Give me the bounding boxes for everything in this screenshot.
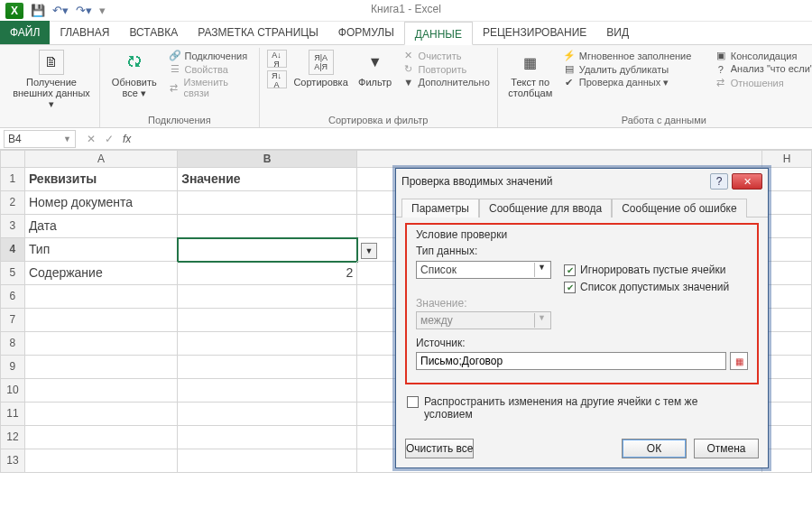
select-all-corner[interactable]: [0, 150, 25, 168]
advanced-icon: ▼: [402, 77, 415, 88]
in-cell-dropdown-checkbox[interactable]: ✔Список допустимых значений: [564, 281, 729, 293]
clear-filter-button: ✕Очистить: [402, 50, 490, 61]
range-picker-icon: ▦: [735, 356, 743, 366]
data-tools-group-label: Работа с данными: [505, 115, 812, 125]
row-header[interactable]: 9: [0, 356, 25, 379]
refresh-icon: 🗘: [122, 50, 147, 75]
source-label: Источник:: [416, 337, 748, 349]
row-header[interactable]: 8: [0, 332, 25, 356]
data-validation-button[interactable]: ✔Проверка данных ▾: [563, 77, 707, 88]
row-header[interactable]: 4: [0, 238, 25, 262]
cell[interactable]: Тип: [25, 238, 178, 262]
ribbon-tabs: ФАЙЛ ГЛАВНАЯ ВСТАВКА РАЗМЕТКА СТРАНИЦЫ Ф…: [0, 22, 812, 45]
relations-icon: ⇄: [715, 77, 727, 88]
col-header-b[interactable]: B: [178, 150, 357, 168]
tab-page-layout[interactable]: РАЗМЕТКА СТРАНИЦЫ: [188, 21, 328, 44]
clear-all-button[interactable]: Очистить все: [405, 439, 474, 458]
enter-formula-icon: ✓: [105, 133, 114, 145]
sort-filter-group-label: Сортировка и фильтр: [267, 115, 490, 125]
remove-duplicates-button[interactable]: ▤Удалить дубликаты: [563, 63, 707, 75]
data-validation-icon: ✔: [563, 77, 576, 88]
col-header-h[interactable]: H: [762, 150, 812, 168]
checkbox-unchecked-icon: [407, 396, 419, 408]
dialog-tab-input-message[interactable]: Сообщение для ввода: [479, 199, 612, 217]
tab-data[interactable]: ДАННЫЕ: [404, 22, 473, 45]
row-header[interactable]: 7: [0, 309, 25, 332]
active-cell[interactable]: [178, 238, 357, 262]
row-header[interactable]: 10: [0, 379, 25, 403]
advanced-filter-button[interactable]: ▼Дополнительно: [402, 77, 490, 88]
row-header[interactable]: 2: [0, 191, 25, 215]
dialog-help-button[interactable]: ?: [710, 173, 728, 190]
value-label: Значение:: [416, 297, 748, 310]
cancel-button[interactable]: Отмена: [694, 439, 759, 458]
fx-icon[interactable]: fx: [123, 133, 131, 145]
source-input[interactable]: [416, 352, 726, 370]
sort-icon: Я|АА|Я: [309, 50, 334, 75]
ok-button[interactable]: ОК: [622, 439, 687, 458]
tab-home[interactable]: ГЛАВНАЯ: [50, 21, 119, 44]
reapply-filter-button: ↻Повторить: [402, 63, 490, 75]
checkbox-checked-icon: ✔: [564, 282, 576, 293]
data-type-label: Тип данных:: [416, 245, 748, 257]
edit-links-icon: ⇄: [169, 82, 180, 94]
row-header[interactable]: 6: [0, 285, 25, 309]
validation-criteria-fieldset: Условие проверки Тип данных: Список▼ ✔Иг…: [405, 223, 759, 384]
col-header-a[interactable]: A: [25, 150, 178, 168]
row-header[interactable]: 1: [0, 168, 25, 191]
data-type-combo[interactable]: Список▼: [416, 261, 551, 279]
filter-button[interactable]: ▼ Фильтр: [355, 50, 395, 88]
cell[interactable]: Реквизиты: [25, 168, 178, 191]
connections-button[interactable]: 🔗Подключения: [169, 50, 252, 61]
dialog-title: Проверка вводимых значений: [401, 175, 553, 188]
tab-review[interactable]: РЕЦЕНЗИРОВАНИЕ: [473, 21, 596, 44]
get-external-data-icon: 🗎: [39, 50, 64, 75]
text-to-columns-button[interactable]: ▦ Текст по столбцам: [505, 50, 556, 98]
reapply-icon: ↻: [402, 63, 415, 75]
sort-desc-button[interactable]: Я↓А: [267, 70, 287, 88]
cancel-formula-icon: ✕: [87, 133, 96, 145]
row-header[interactable]: 13: [0, 449, 25, 473]
tab-insert[interactable]: ВСТАВКА: [119, 21, 188, 44]
range-picker-button[interactable]: ▦: [730, 352, 748, 370]
what-if-button[interactable]: ?Анализ "что если" ▾: [715, 63, 812, 75]
cell[interactable]: Дата: [25, 215, 178, 238]
formula-bar: B4▼ ✕ ✓ fx: [0, 128, 812, 150]
data-validation-dialog: Проверка вводимых значений ? ✕ Параметры…: [395, 168, 769, 468]
cell[interactable]: Содержание: [25, 262, 178, 285]
row-header[interactable]: 5: [0, 262, 25, 285]
ignore-blank-checkbox[interactable]: ✔Игнорировать пустые ячейки: [564, 264, 725, 276]
get-external-data-button[interactable]: 🗎 Получение внешних данных ▾: [11, 50, 92, 110]
validation-criteria-legend: Условие проверки: [416, 228, 748, 241]
flash-fill-icon: ⚡: [563, 50, 576, 61]
propagate-checkbox[interactable]: Распространить изменения на другие ячейк…: [407, 395, 757, 421]
cell[interactable]: [178, 191, 357, 215]
dialog-tab-error-alert[interactable]: Сообщение об ошибке: [612, 199, 746, 217]
in-cell-dropdown-button[interactable]: ▼: [361, 243, 377, 259]
consolidate-button[interactable]: ▣Консолидация: [715, 50, 812, 61]
name-box[interactable]: B4▼: [4, 130, 76, 148]
tab-formulas[interactable]: ФОРМУЛЫ: [328, 21, 404, 44]
flash-fill-button[interactable]: ⚡Мгновенное заполнение: [563, 50, 707, 61]
sort-asc-button[interactable]: А↓Я: [267, 50, 287, 68]
edit-links-button: ⇄Изменить связи: [169, 77, 252, 98]
cell[interactable]: [178, 215, 357, 238]
row-header[interactable]: 11: [0, 403, 25, 426]
properties-button: ☰Свойства: [169, 63, 252, 75]
chevron-down-icon: ▼: [534, 313, 549, 328]
cell[interactable]: Значение: [178, 168, 357, 191]
row-header[interactable]: 12: [0, 426, 25, 449]
tab-view[interactable]: ВИД: [596, 21, 639, 44]
cell[interactable]: Номер документа: [25, 191, 178, 215]
cell[interactable]: 2: [178, 262, 357, 285]
refresh-all-button[interactable]: 🗘 Обновить все ▾: [107, 50, 161, 99]
chevron-down-icon: ▼: [534, 263, 549, 277]
dialog-close-button[interactable]: ✕: [732, 173, 762, 190]
value-combo: между▼: [416, 311, 551, 329]
sort-button[interactable]: Я|АА|Я Сортировка: [294, 50, 348, 88]
filter-icon: ▼: [363, 50, 388, 75]
text-to-columns-icon: ▦: [518, 50, 543, 75]
dialog-tab-parameters[interactable]: Параметры: [401, 199, 479, 217]
tab-file[interactable]: ФАЙЛ: [0, 21, 50, 44]
row-header[interactable]: 3: [0, 215, 25, 238]
